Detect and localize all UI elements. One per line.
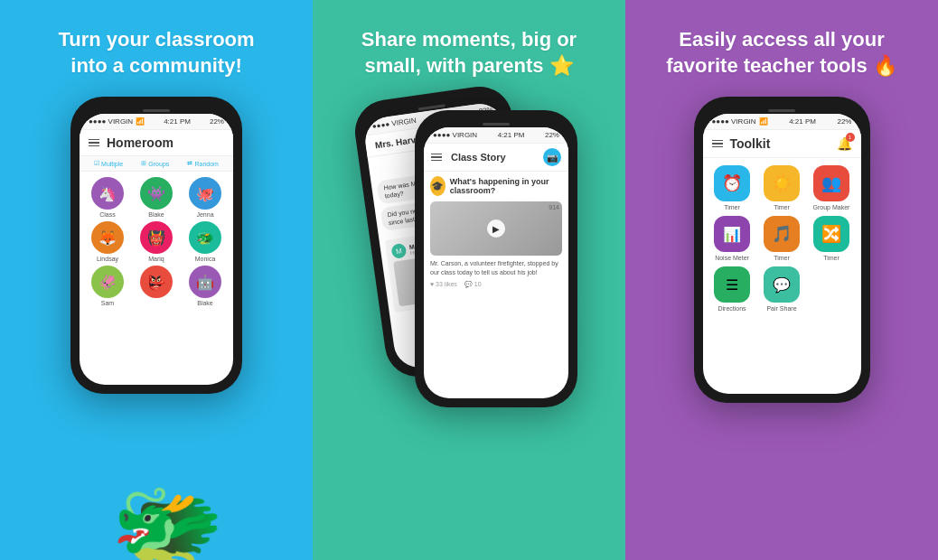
status-left-1: ●●●● VIRGIN 📶 (89, 117, 145, 126)
tool-name-timer1: Timer (724, 204, 740, 210)
story-reactions: ♥ 33 likes 💬 10 (430, 281, 562, 288)
hamburger-front[interactable] (431, 154, 442, 162)
phone-mockup-3: ●●●● VIRGIN 📶 4:21 PM 22% Toolkit 🔔 1 (694, 97, 870, 403)
tool-icon-timer2: ☀️ (764, 165, 800, 201)
tool-icon-group-maker: 👥 (813, 165, 849, 201)
story-preview-avatar: M (390, 243, 407, 259)
toolbar-groups-label: Groups (148, 161, 169, 167)
phone-screen-1: ●●●● VIRGIN 📶 4:21 PM 22% Homeroom ☑ (80, 114, 233, 385)
student-avatar-sam: 🦑 (91, 266, 124, 298)
student-item-sam[interactable]: 🦑 Sam (85, 266, 130, 306)
app-header-1: Homeroom (80, 130, 233, 156)
student-item-blake[interactable]: 👾 Blake (134, 177, 179, 218)
toolbar-multiple[interactable]: ☑ Multiple (94, 160, 123, 167)
student-grid: 🦄 Class 👾 Blake 🐙 Jenna 🦊 Lindsay 👹 (80, 172, 233, 312)
phone-speaker-1 (143, 109, 170, 112)
toolbar-groups[interactable]: ⊞ Groups (141, 160, 169, 167)
student-name-sam: Sam (101, 300, 114, 306)
story-header: Class Story 📷 (424, 144, 568, 172)
carrier-back: ●●●● VIRGIN (371, 117, 417, 131)
student-name-blake2: Blake (197, 300, 213, 306)
tool-item-directions[interactable]: ☰ Directions (710, 266, 755, 312)
phone-notch-front (424, 119, 568, 127)
story-author-name: What's happening in your classroom? (450, 177, 562, 195)
battery-3: 22% (837, 117, 851, 126)
story-comments: 💬 10 (464, 281, 482, 288)
tool-item-timer2[interactable]: ☀️ Timer (760, 165, 804, 210)
tool-name-timer4: Timer (823, 255, 840, 261)
story-content: 🎓 What's happening in your classroom? 91… (424, 172, 568, 293)
tool-item-timer3[interactable]: 🎵 Timer (760, 216, 804, 261)
carrier-3: ●●●● VIRGIN (712, 117, 756, 126)
phones-container-2: ●●●● VIRGIN 4:21 PM 22% Mrs. Harvancik H… (361, 92, 577, 417)
story-image-inner: 914 ▶ (430, 201, 562, 256)
app-header-3: Toolkit 🔔 1 (703, 130, 861, 158)
tool-item-timer4[interactable]: 🔀 Timer (810, 216, 854, 261)
student-item-mariq[interactable]: 👹 Mariq (134, 221, 179, 262)
groups-icon: ⊞ (141, 160, 146, 167)
student-avatar-unknown: 👺 (140, 266, 173, 298)
play-button[interactable]: ▶ (487, 219, 505, 238)
checkbox-icon: ☑ (94, 160, 99, 167)
student-avatar-monica: 🐲 (189, 221, 221, 254)
phone-screen-front: ●●●● VIRGIN 4:21 PM 22% Class Story 📷 🎓 … (424, 127, 568, 398)
notification-badge: 1 (846, 133, 855, 142)
student-item-class[interactable]: 🦄 Class (85, 177, 130, 218)
student-item-monica[interactable]: 🐲 Monica (183, 221, 228, 262)
tool-name-pair-share: Pair Share (766, 305, 796, 312)
status-bar-3: ●●●● VIRGIN 📶 4:21 PM 22% (703, 114, 861, 130)
tool-item-timer1[interactable]: ⏰ Timer (710, 165, 755, 210)
phone-mockup-1: ●●●● VIRGIN 📶 4:21 PM 22% Homeroom ☑ (70, 97, 242, 394)
tool-item-pair-share[interactable]: 💬 Pair Share (760, 266, 804, 312)
hamburger-menu-3[interactable] (712, 140, 723, 148)
tool-name-directions: Directions (718, 305, 746, 312)
panel-moments: Share moments, big or small, with parent… (313, 0, 625, 560)
status-left-3: ●●●● VIRGIN 📶 (712, 117, 768, 126)
student-avatar-mariq: 👹 (140, 221, 173, 254)
student-name-monica: Monica (195, 256, 216, 262)
student-item-unknown[interactable]: 👺 (134, 266, 179, 306)
tool-icon-noise-meter: 📊 (714, 216, 750, 252)
tool-item-group-maker[interactable]: 👥 Group Maker (810, 165, 854, 210)
phone-notch-3 (703, 106, 861, 114)
time-front: 4:21 PM (498, 131, 525, 139)
phone-notch-1 (80, 106, 233, 114)
panel1-title: Turn your classroom into a community! (58, 27, 254, 79)
battery-1: 22% (210, 117, 224, 126)
tool-icon-directions: ☰ (714, 266, 750, 303)
panel-toolkit: Easily access all your favorite teacher … (625, 0, 938, 560)
app-title-1: Homeroom (107, 135, 174, 150)
toolbar-random[interactable]: ⇄ Random (187, 160, 218, 167)
panel3-title: Easily access all your favorite teacher … (666, 27, 897, 79)
tool-icon-timer3: 🎵 (764, 216, 800, 252)
student-item-blake2[interactable]: 🤖 Blake (183, 266, 228, 306)
tool-item-noise-meter[interactable]: 📊 Noise Meter (710, 216, 755, 261)
student-item-jenna[interactable]: 🐙 Jenna (183, 177, 228, 218)
carrier-1: ●●●● VIRGIN (89, 117, 133, 126)
phone-screen-3: ●●●● VIRGIN 📶 4:21 PM 22% Toolkit 🔔 1 (703, 114, 861, 394)
tool-icon-pair-share: 💬 (764, 266, 800, 303)
phone-speaker-front (483, 123, 510, 126)
student-avatar-blake2: 🤖 (189, 266, 221, 298)
wifi-icon-3: 📶 (759, 117, 768, 126)
tool-name-noise-meter: Noise Meter (715, 255, 749, 261)
tool-name-timer3: Timer (774, 255, 790, 261)
student-avatar-blake: 👾 (140, 177, 173, 210)
story-camera-icon[interactable]: 📷 (543, 148, 561, 166)
time-3: 4:21 PM (789, 117, 816, 126)
panel-community: Turn your classroom into a community! ●●… (0, 0, 313, 560)
student-name-blake: Blake (148, 211, 164, 218)
story-image: 914 ▶ (430, 201, 562, 256)
toolbar-random-label: Random (194, 161, 218, 167)
student-name-mariq: Mariq (148, 256, 164, 262)
student-item-lindsay[interactable]: 🦊 Lindsay (85, 221, 130, 262)
panel2-title: Share moments, big or small, with parent… (361, 27, 577, 79)
image-count: 914 (549, 204, 559, 210)
student-name-jenna: Jenna (196, 211, 213, 218)
hamburger-menu-1[interactable] (89, 139, 99, 147)
student-name-class: Class (99, 211, 116, 218)
toolbar-multiple-label: Multiple (101, 161, 123, 167)
carrier-front: ●●●● VIRGIN (433, 131, 477, 139)
status-right-3: 22% (837, 117, 851, 126)
tool-icon-timer4: 🔀 (813, 216, 849, 252)
